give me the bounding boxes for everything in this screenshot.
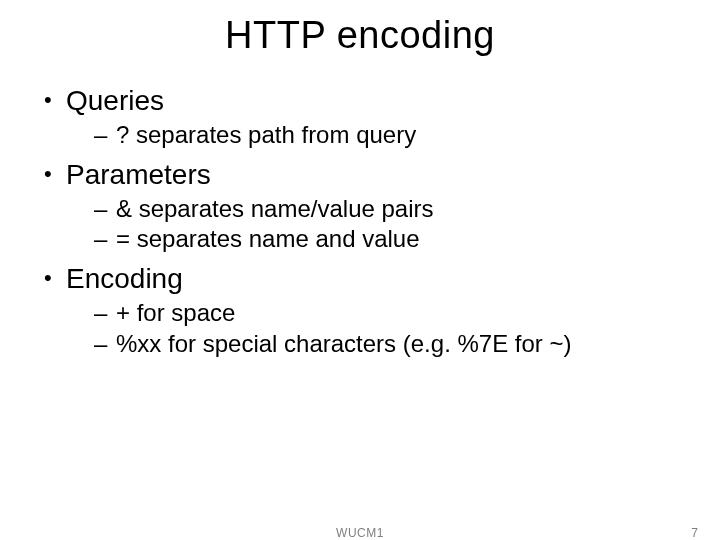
slide-title: HTTP encoding [0, 14, 720, 57]
footer-center-text: WUCM1 [0, 526, 720, 540]
list-item: ? separates path from query [94, 120, 680, 151]
bullet-text: Parameters [66, 159, 211, 190]
bullet-text: & separates name/value pairs [116, 195, 434, 222]
list-item: Parameters & separates name/value pairs … [42, 157, 680, 255]
bullet-list: Queries ? separates path from query Para… [42, 83, 680, 360]
bullet-text: Encoding [66, 263, 183, 294]
slide-content: Queries ? separates path from query Para… [0, 83, 720, 360]
sub-list: ? separates path from query [94, 120, 680, 151]
footer-page-number: 7 [691, 526, 698, 540]
list-item: Encoding + for space %xx for special cha… [42, 261, 680, 359]
list-item: = separates name and value [94, 224, 680, 255]
list-item: Queries ? separates path from query [42, 83, 680, 151]
bullet-text: = separates name and value [116, 225, 420, 252]
sub-list: + for space %xx for special characters (… [94, 298, 680, 359]
bullet-text: ? separates path from query [116, 121, 416, 148]
list-item: & separates name/value pairs [94, 194, 680, 225]
slide: HTTP encoding Queries ? separates path f… [0, 14, 720, 540]
bullet-text: Queries [66, 85, 164, 116]
list-item: + for space [94, 298, 680, 329]
bullet-text: %xx for special characters (e.g. %7E for… [116, 330, 572, 357]
bullet-text: + for space [116, 299, 235, 326]
sub-list: & separates name/value pairs = separates… [94, 194, 680, 255]
list-item: %xx for special characters (e.g. %7E for… [94, 329, 680, 360]
